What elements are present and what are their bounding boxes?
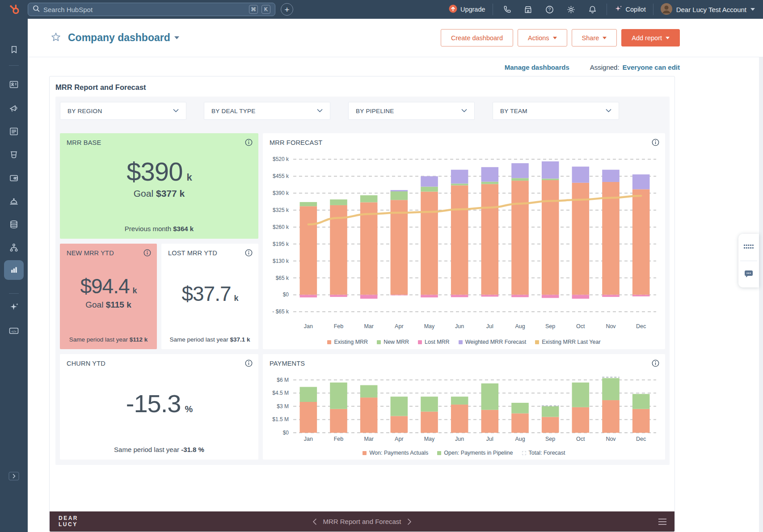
legend-item[interactable]: Existing MRR xyxy=(327,339,368,345)
dashboard-subheader: Manage dashboards Assigned: Everyone can… xyxy=(28,57,763,71)
assigned-value-link[interactable]: Everyone can edit xyxy=(623,63,680,71)
svg-text:Apr: Apr xyxy=(395,323,403,329)
reporting-nav-item-active[interactable] xyxy=(4,260,24,280)
prev-report-icon[interactable] xyxy=(312,519,316,525)
filter-by-team[interactable]: BY TEAM xyxy=(493,102,619,120)
legend-item[interactable]: New MRR xyxy=(377,339,409,345)
search-input[interactable] xyxy=(43,6,245,13)
manage-dashboards-link[interactable]: Manage dashboards xyxy=(505,63,569,71)
filter-by-pipeline[interactable]: BY PIPELINE xyxy=(348,102,475,120)
assigned-label: Assigned: xyxy=(590,63,620,71)
svg-text:Jan: Jan xyxy=(304,323,313,329)
sales-funnel-icon[interactable] xyxy=(0,149,28,160)
crm-contacts-icon[interactable] xyxy=(0,79,28,90)
svg-text:Oct: Oct xyxy=(576,323,585,329)
dearlucy-logo: DEAR LUCY xyxy=(59,515,78,528)
svg-text:- $65 k: - $65 k xyxy=(272,308,289,315)
legend-item[interactable]: Lost MRR xyxy=(418,339,450,345)
service-bell-icon[interactable] xyxy=(0,196,28,207)
svg-text:Dec: Dec xyxy=(636,323,646,329)
legend-item[interactable]: Weighted MRR Forecast xyxy=(459,339,527,345)
svg-text:$455 k: $455 k xyxy=(273,173,289,179)
info-icon[interactable] xyxy=(245,249,253,258)
quick-add-button[interactable]: + xyxy=(281,3,293,16)
svg-text:Nov: Nov xyxy=(606,323,616,329)
kpi-value: $94.4 xyxy=(80,274,129,298)
vertical-scrollbar[interactable] xyxy=(759,57,763,532)
svg-text:$65 k: $65 k xyxy=(276,275,289,281)
payments-chart-card: PAYMENTS $6 M$4.5 M$3 M$1.5 M$0JanFebMar… xyxy=(263,354,665,460)
divider xyxy=(9,293,19,294)
svg-text:Apr: Apr xyxy=(395,436,403,442)
chevron-down-icon xyxy=(173,109,179,113)
settings-gear-icon[interactable] xyxy=(566,4,576,14)
global-search: ⌘ K xyxy=(28,3,275,16)
actions-button[interactable]: Actions xyxy=(518,29,567,46)
footer-report-title: MRR Report and Forecast xyxy=(323,518,401,525)
bookmarks-icon[interactable] xyxy=(0,45,28,55)
calling-icon[interactable] xyxy=(502,4,512,14)
svg-text:Aug: Aug xyxy=(515,323,525,329)
svg-text:Mar: Mar xyxy=(364,436,374,442)
content-pages-icon[interactable] xyxy=(0,126,28,137)
divider xyxy=(607,4,607,15)
chevron-down-icon xyxy=(666,37,670,39)
kpi-lost-mrr-ytd: LOST MRR YTD $37.7k Same period last yea… xyxy=(161,244,258,349)
legend-item[interactable]: Won: Payments Actuals xyxy=(363,450,428,456)
mrr-forecast-legend: Existing MRRNew MRRLost MRRWeighted MRR … xyxy=(263,339,665,345)
create-dashboard-button[interactable]: Create dashboard xyxy=(441,29,513,46)
upgrade-button[interactable]: Upgrade xyxy=(449,4,485,14)
chevron-down-icon xyxy=(750,8,755,11)
footer-menu-icon[interactable] xyxy=(658,519,666,525)
automations-workflow-icon[interactable] xyxy=(0,242,28,253)
top-navigation-bar: ⌘ K + Upgrade ? xyxy=(0,0,763,19)
info-icon[interactable] xyxy=(143,249,151,258)
kpi-value: $37.7 xyxy=(181,282,231,305)
marketplace-icon[interactable] xyxy=(523,4,533,14)
svg-text:Aug: Aug xyxy=(515,436,525,442)
next-report-icon[interactable] xyxy=(408,519,412,525)
filter-by-deal-type[interactable]: BY DEAL TYPE xyxy=(204,102,330,120)
copilot-button[interactable]: Copilot xyxy=(614,4,646,14)
payments-legend: Won: Payments ActualsOpen: Payments in P… xyxy=(263,450,665,456)
notifications-bell-icon[interactable] xyxy=(588,4,598,14)
hubspot-logo[interactable] xyxy=(0,3,28,16)
drag-handle-icon[interactable] xyxy=(738,234,759,261)
mrr-forecast-chart: $520 k$455 k$390 k$325 k$260 k$195 k$130… xyxy=(266,148,662,333)
sidebar-expand-button[interactable] xyxy=(0,471,28,481)
info-icon[interactable] xyxy=(245,139,253,148)
favorite-star-icon[interactable] xyxy=(51,32,61,44)
chevron-down-icon xyxy=(606,109,611,113)
legend-item[interactable]: Open: Payments in Pipeline xyxy=(437,450,513,456)
svg-text:$0: $0 xyxy=(283,291,289,298)
svg-text:</>: </> xyxy=(12,329,17,334)
ai-sparkle-icon[interactable] xyxy=(0,302,28,312)
help-icon[interactable]: ? xyxy=(545,4,555,14)
filter-by-region[interactable]: BY REGION xyxy=(60,102,186,120)
data-database-icon[interactable] xyxy=(0,219,28,230)
svg-text:$195 k: $195 k xyxy=(273,241,289,247)
share-button[interactable]: Share xyxy=(572,29,617,46)
floating-widget-panel xyxy=(738,234,759,287)
svg-text:Mar: Mar xyxy=(364,323,374,329)
add-report-button[interactable]: Add report xyxy=(621,29,680,46)
commerce-wallet-icon[interactable] xyxy=(0,173,28,183)
developer-code-icon[interactable]: </> xyxy=(0,325,28,336)
marketing-megaphone-icon[interactable] xyxy=(0,103,28,114)
dearlucy-footer-bar: DEAR LUCY MRR Report and Forecast xyxy=(50,511,674,532)
legend-item[interactable]: Total: Forecast xyxy=(522,450,565,456)
svg-text:$4.5 M: $4.5 M xyxy=(272,390,289,396)
shortcut-cmd-key: ⌘ xyxy=(249,5,258,14)
svg-text:$325 k: $325 k xyxy=(273,207,289,213)
search-icon xyxy=(33,5,40,14)
legend-item[interactable]: Existing MRR Last Year xyxy=(535,339,600,345)
kpi-churn-ytd: CHURN YTD -15.3% Same period last year -… xyxy=(60,354,258,460)
title-caret-icon[interactable] xyxy=(174,36,179,39)
svg-text:Feb: Feb xyxy=(334,436,344,442)
report-card: MRR Report and Forecast BY REGION BY DEA… xyxy=(49,76,675,532)
bar-chart-icon xyxy=(8,265,19,275)
account-menu[interactable]: Dear Lucy Test Account xyxy=(661,3,755,16)
comments-chat-icon[interactable] xyxy=(738,261,759,288)
info-icon[interactable] xyxy=(245,359,253,369)
info-icon[interactable] xyxy=(652,139,659,148)
